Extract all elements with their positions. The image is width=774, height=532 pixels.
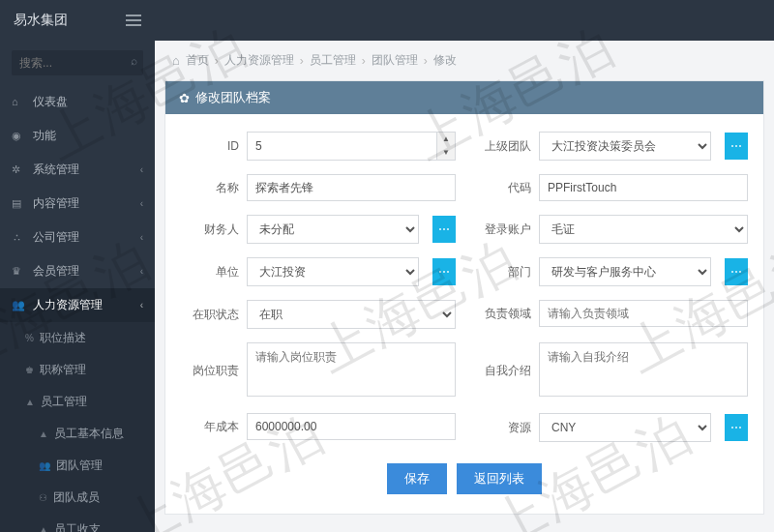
parent-select[interactable]: 大江投资决策委员会 bbox=[539, 132, 711, 161]
subnav-position[interactable]: %职位描述 bbox=[0, 322, 155, 354]
finance-label: 财务人 bbox=[181, 222, 239, 238]
dept-select[interactable]: 研发与客户服务中心 bbox=[539, 257, 711, 286]
login-label: 登录账户 bbox=[473, 222, 531, 238]
cost-label: 年成本 bbox=[181, 419, 239, 435]
nav-member[interactable]: ♛会员管理‹ bbox=[0, 254, 155, 288]
nav-dashboard[interactable]: ⌂仪表盘 bbox=[0, 85, 155, 119]
subnav-team-manage[interactable]: 👥团队管理 bbox=[0, 450, 155, 482]
member-icon: ♛ bbox=[12, 265, 25, 278]
nav: ⌂仪表盘 ◉功能 ✲系统管理‹ ▤内容管理‹ ⛬公司管理‹ ♛会员管理‹ 👥人力… bbox=[0, 85, 155, 322]
menu-toggle-icon[interactable] bbox=[126, 15, 141, 26]
chevron-left-icon: ‹ bbox=[140, 164, 143, 175]
form-actions: 保存 返回列表 bbox=[181, 456, 748, 508]
parent-more-button[interactable]: ⋯ bbox=[725, 133, 748, 160]
id-label: ID bbox=[181, 139, 239, 153]
parent-label: 上级团队 bbox=[473, 138, 531, 155]
subnav-hr: %职位描述 ♚职称管理 ▲员工管理 ▲员工基本信息 👥团队管理 ⚇团队成员 ▲员… bbox=[0, 322, 155, 532]
nav-content[interactable]: ▤内容管理‹ bbox=[0, 187, 155, 221]
code-input[interactable] bbox=[539, 174, 748, 201]
nav-system[interactable]: ✲系统管理‹ bbox=[0, 153, 155, 187]
duty-textarea[interactable] bbox=[247, 342, 456, 397]
currency-select[interactable]: CNY bbox=[539, 413, 711, 442]
gear-icon: ✿ bbox=[179, 91, 190, 105]
search-icon: ⌕ bbox=[131, 54, 137, 68]
brand-name: 易水集团 bbox=[14, 12, 68, 29]
person-icon: ▲ bbox=[39, 429, 48, 439]
user-icon: ▲ bbox=[25, 397, 35, 407]
sidebar-search: ⌕ bbox=[0, 41, 155, 85]
crumb-1[interactable]: 人力资源管理 bbox=[224, 52, 294, 69]
unit-select[interactable]: 大江投资 bbox=[247, 257, 419, 286]
code-label: 代码 bbox=[473, 180, 531, 196]
finance-select[interactable]: 未分配 bbox=[247, 215, 419, 244]
title-icon: ♚ bbox=[25, 365, 34, 375]
unit-more-button[interactable]: ⋯ bbox=[432, 258, 456, 285]
panel-title: ✿修改团队档案 bbox=[165, 81, 763, 114]
id-step-up[interactable]: ▲ bbox=[437, 133, 455, 146]
domain-label: 负责领域 bbox=[473, 306, 531, 322]
team-icon: 👥 bbox=[39, 460, 50, 471]
crumb-3[interactable]: 团队管理 bbox=[372, 52, 418, 69]
chevron-left-icon: ‹ bbox=[140, 198, 143, 209]
search-input[interactable] bbox=[12, 50, 143, 75]
home-icon[interactable]: ⌂ bbox=[172, 53, 180, 68]
status-label: 在职状态 bbox=[181, 307, 239, 323]
unit-label: 单位 bbox=[181, 264, 239, 281]
dept-more-button[interactable]: ⋯ bbox=[725, 258, 748, 285]
nav-hr[interactable]: 👥人力资源管理‹ bbox=[0, 288, 155, 322]
nav-function[interactable]: ◉功能 bbox=[0, 119, 155, 153]
sidebar: ⌕ ⌂仪表盘 ◉功能 ✲系统管理‹ ▤内容管理‹ ⛬公司管理‹ ♛会员管理‹ 👥… bbox=[0, 41, 155, 532]
name-label: 名称 bbox=[181, 180, 239, 196]
topbar: 易水集团 bbox=[0, 0, 774, 41]
crumb-2[interactable]: 员工管理 bbox=[310, 52, 356, 69]
pay-icon: ▲ bbox=[39, 524, 48, 532]
link-icon: % bbox=[25, 333, 34, 343]
status-select[interactable]: 在职 bbox=[247, 300, 456, 329]
duty-label: 岗位职责 bbox=[181, 363, 239, 379]
system-icon: ✲ bbox=[12, 163, 25, 176]
dashboard-icon: ⌂ bbox=[12, 96, 25, 107]
subnav-employee[interactable]: ▲员工管理 bbox=[0, 386, 155, 418]
currency-more-button[interactable]: ⋯ bbox=[725, 414, 748, 441]
subnav-emp-basic[interactable]: ▲员工基本信息 bbox=[0, 418, 155, 450]
subnav-emp-pay[interactable]: ▲员工收支 bbox=[0, 514, 155, 532]
dept-label: 部门 bbox=[473, 264, 531, 281]
company-icon: ⛬ bbox=[12, 231, 25, 243]
chevron-left-icon: ‹ bbox=[140, 232, 143, 243]
hr-icon: 👥 bbox=[12, 299, 25, 311]
save-button[interactable]: 保存 bbox=[387, 463, 447, 494]
content-icon: ▤ bbox=[12, 197, 25, 210]
cost-input[interactable] bbox=[247, 413, 456, 440]
id-input[interactable] bbox=[247, 132, 437, 161]
login-select[interactable]: 毛证 bbox=[539, 215, 748, 244]
domain-input[interactable] bbox=[539, 300, 748, 327]
main: ⌂ 首页› 人力资源管理› 员工管理› 团队管理› 修改 ✿修改团队档案 ID … bbox=[155, 41, 774, 532]
finance-more-button[interactable]: ⋯ bbox=[432, 216, 456, 243]
intro-label: 自我介绍 bbox=[473, 363, 531, 379]
currency-label: 资源 bbox=[473, 420, 531, 436]
function-icon: ◉ bbox=[12, 130, 25, 142]
intro-textarea[interactable] bbox=[539, 342, 748, 397]
name-input[interactable] bbox=[247, 174, 456, 201]
breadcrumb: ⌂ 首页› 人力资源管理› 员工管理› 团队管理› 修改 bbox=[155, 41, 774, 80]
subnav-title[interactable]: ♚职称管理 bbox=[0, 354, 155, 386]
crumb-0[interactable]: 首页 bbox=[186, 52, 209, 69]
id-step-down[interactable]: ▼ bbox=[437, 146, 455, 160]
crumb-4: 修改 bbox=[433, 52, 457, 69]
subnav-employee-children: ▲员工基本信息 👥团队管理 ⚇团队成员 ▲员工收支 ▤员工收支明细 bbox=[0, 418, 155, 532]
subnav-team-members[interactable]: ⚇团队成员 bbox=[0, 482, 155, 514]
chevron-left-icon: ‹ bbox=[140, 266, 143, 277]
back-button[interactable]: 返回列表 bbox=[457, 463, 542, 494]
panel-body: ID ▲▼ 上级团队 大江投资决策委员会 ⋯ 名称 bbox=[165, 114, 763, 514]
nav-company[interactable]: ⛬公司管理‹ bbox=[0, 221, 155, 254]
chevron-left-icon: ‹ bbox=[140, 300, 143, 310]
members-icon: ⚇ bbox=[39, 492, 47, 503]
form-panel: ✿修改团队档案 ID ▲▼ 上级团队 大江投资决策委员会 ⋯ bbox=[164, 80, 764, 515]
